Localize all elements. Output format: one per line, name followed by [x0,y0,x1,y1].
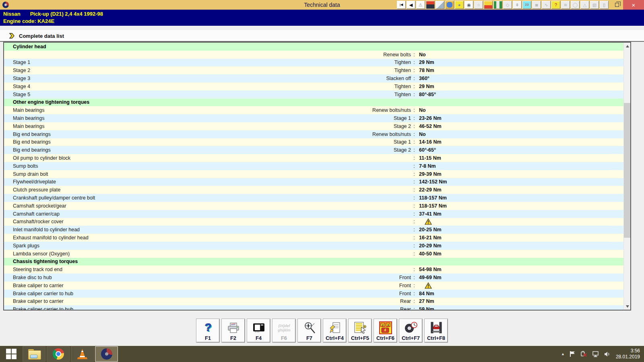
autodata-disc-icon [101,348,112,360]
fkey-button-f4[interactable]: F4 [247,319,270,342]
flag-icon[interactable] [570,351,575,357]
nav-first-icon[interactable]: |◀ [397,1,406,9]
crane-icon[interactable]: ◇ [503,1,512,9]
taskbar-app-explorer[interactable] [23,346,45,362]
table-row: Camshaft/rocker cover: [4,218,623,226]
table-row: Camshaft carrier/cap:37-41 Nm [4,210,623,218]
timing-belt-icon: ○ [477,3,480,7]
table-row: Brake caliper to carrierFront: [4,282,623,290]
car-lift-icon [430,321,443,335]
network-icon[interactable] [592,351,599,357]
taskbar-app-chrome[interactable] [47,346,70,362]
start-button[interactable] [0,346,23,362]
row-value: 29-39 Nm [417,171,623,177]
pump-icon[interactable]: ≋ [561,1,570,9]
table-row: Spark plugs:20-29 Nm [4,242,623,250]
row-remark: Renew bolts/nuts [290,132,411,137]
taskbar-app-autodata[interactable] [95,346,118,362]
usb-disconnect-icon[interactable] [580,351,587,357]
table-row: Inlet manifold to cylinder head:20-25 Nm [4,226,623,234]
car-ramp-icon[interactable] [484,1,493,9]
row-label: Stage 4 [4,84,290,89]
fkey-button-ctrl-f8[interactable]: Ctrl+F8 [425,319,448,342]
vertical-scrollbar[interactable] [623,43,630,310]
row-label: Flywheel/driveplate [4,179,290,185]
table-row: Big end bearingsStage 2:60°-65° [4,146,623,154]
battery-icon[interactable]: ▯ [600,1,609,9]
row-label: Main bearings [4,107,290,113]
globe-icon[interactable] [445,1,454,9]
fkey-button-ctrl-f6[interactable]: 23Ctrl+F6 [374,319,397,342]
row-colon: : [411,68,417,73]
row-label: Big end bearings [4,139,290,145]
section-header-row: Chassis tightening torques [4,258,623,266]
engine-codes-icon[interactable]: 23 [522,1,531,9]
timing-belt-icon[interactable]: ○ [474,1,483,9]
fkey-label: F2 [230,335,236,341]
gloves-icon: ∿ [544,3,548,7]
row-label: Big end bearings [4,132,290,137]
wheel-icon[interactable]: ◉ [464,1,473,9]
key-data-icon: ? [555,3,557,7]
table-row: Big end bearingsRenew bolts/nuts:No [4,130,623,138]
fkey-button-f7[interactable]: F7 [298,319,321,342]
row-value: 360° [417,76,623,81]
engine-icon[interactable]: ▧ [590,1,599,9]
hidden-icons-button[interactable]: ▲ [561,352,565,356]
engine-code-line: Engine code: KA24E [3,18,641,25]
table-row: Brake caliper to carrierRear:27 Nm [4,298,623,306]
row-colon: : [411,132,417,137]
arrow-pennant-icon [9,33,15,39]
row-colon: : [411,147,417,153]
row-label: Brake caliper carrier to hub [4,291,290,296]
scroll-up-button[interactable] [624,43,631,49]
dashboard-icon[interactable] [426,1,435,9]
row-label: Camshaft carrier/cap [4,211,290,217]
fkey-button-f6[interactable]: (Dt)defghijklmF6 [272,319,295,342]
table-row: Stage 4Tighten:29 Nm [4,82,623,90]
scroll-down-button[interactable] [624,303,631,310]
table-row: Big end bearingsStage 1:14-16 Nm [4,138,623,146]
gloves-icon[interactable]: ∿ [542,1,551,9]
restore-window-button[interactable] [611,1,623,9]
engine-codes-icon: 23 [525,3,529,6]
nav-back-icon[interactable]: ◀ [407,1,415,9]
row-value: 40-50 Nm [417,251,623,257]
fkey-button-f2[interactable]: F2 [222,319,245,342]
scrollbar-thumb[interactable] [624,103,631,238]
fkey-label: Ctrl+F8 [427,335,445,341]
row-colon: : [411,203,417,209]
fkey-button-f1[interactable]: ??F1 [196,319,219,342]
service-tools-icon[interactable] [436,1,444,9]
warning-icon [425,282,432,289]
fkey-button-ctrl-f4[interactable]: Ctrl+F4 [323,319,346,342]
diagnostics-icon[interactable]: ● [455,1,464,9]
fkey-label: F6 [281,335,287,341]
volume-icon[interactable] [604,351,611,357]
row-value: 78 Nm [417,68,623,73]
row-remark: Tighten [290,68,411,73]
row-label: Oil pump to cylinder block [4,155,290,161]
table-row: Brake caliper carrier to hubFront:84 Nm [4,290,623,298]
key-data-icon[interactable]: ? [551,1,560,9]
hazard-icon[interactable]: ⚠ [416,1,425,9]
fkey-button-ctrl-f5[interactable]: +Ctrl+F5 [349,319,372,342]
lift-icon[interactable] [493,1,502,9]
row-label: Main bearings [4,115,290,121]
fkey-label: Ctrl+F6 [376,335,394,341]
mirror-icon[interactable]: ◯ [571,1,580,9]
spark-plug-icon[interactable]: ǂ [513,1,522,9]
breadcrumb: Complete data list [0,30,644,42]
aircon-icon[interactable]: △ [580,1,589,9]
close-window-button[interactable]: × [623,0,644,10]
row-label: Main bearings [4,123,290,129]
row-value [417,218,623,225]
seat-icon[interactable]: ◙ [532,1,541,9]
fkey-button-ctrl-f7[interactable]: Ctrl+F7 [399,319,422,342]
row-colon: : [411,84,417,89]
vehicle-model: Pick-up (D21) 2,4 4x4 1992-98 [30,11,103,17]
taskbar-app-vlc[interactable] [71,346,94,362]
taskbar-clock[interactable]: 3:56 28.01.2019 [616,348,640,360]
svg-text:(Dt)def: (Dt)def [278,324,290,328]
row-value: 84 Nm [417,291,623,296]
